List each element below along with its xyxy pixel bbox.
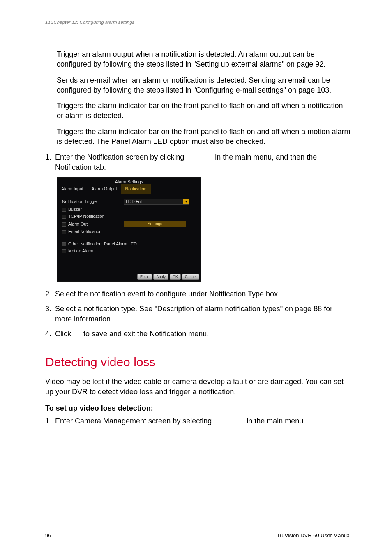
para-panel-led: Triggers the alarm indicator bar on the … — [57, 101, 351, 121]
step-4-text-a: Click — [55, 330, 71, 338]
step-b1-num: 1. — [45, 416, 55, 426]
step-4: 4.Click to save and exit the Notificatio… — [45, 329, 351, 339]
para-email-text: Sends an e-mail when an alarm or notific… — [57, 76, 331, 94]
step-b1-text-b: in the main menu. — [247, 417, 305, 425]
step-b1: 1.Enter Camera Management screen by sele… — [45, 416, 351, 426]
checkbox-tcpip[interactable]: TCP/IP Notification — [62, 214, 124, 219]
checkbox-motion-alarm[interactable]: Motion Alarm — [62, 248, 124, 253]
running-head: 11BChapter 12: Configuring alarm setting… — [45, 20, 351, 25]
para-video-loss: Video may be lost if the video cable or … — [45, 377, 351, 397]
para-panel-led-text: Triggers the alarm indicator bar on the … — [57, 102, 343, 120]
label-trigger: Notification Trigger — [62, 199, 124, 204]
page-footer: 96 TruVision DVR 60 User Manual — [45, 532, 351, 539]
shot-title: Alarm Settings — [57, 178, 201, 184]
step-4-text-b: to save and exit the Notification menu. — [83, 330, 209, 338]
checkbox-email[interactable]: Email Notification — [62, 229, 124, 234]
para-email: Sends an e-mail when an alarm or notific… — [57, 75, 351, 95]
screenshot-alarm-settings: Alarm Settings Alarm Input Alarm Output … — [57, 177, 201, 282]
step-2: 2.Select the notification event to confi… — [45, 289, 351, 299]
shot-footer-buttons: Email Apply OK Cancel — [57, 273, 201, 281]
para-motion-alarm: Triggers the alarm indicator bar on the … — [57, 127, 351, 147]
settings-button[interactable]: Settings — [124, 221, 186, 227]
step-2-num: 2. — [45, 289, 55, 299]
step-3-num: 3. — [45, 304, 55, 314]
shot-tabs: Alarm Input Alarm Output Notification — [57, 184, 201, 194]
step-1: 1.Enter the Notification screen by click… — [45, 152, 351, 172]
step-4-num: 4. — [45, 329, 55, 339]
checkbox-panel-led[interactable]: Other Notification: Panel Alarm LED — [62, 241, 137, 246]
para-alarm-out: Trigger an alarm output when a notificat… — [57, 49, 351, 69]
shot-pane: Notification Trigger HDD Full ▾ Buzzer T… — [57, 194, 201, 273]
step-b1-text-a: Enter Camera Management screen by select… — [55, 417, 212, 425]
heading-video-loss: Detecting video loss — [45, 355, 351, 369]
para-alarm-out-text: Trigger an alarm output when a notificat… — [57, 50, 325, 68]
step-3: 3.Select a notification type. See "Descr… — [45, 304, 351, 324]
checkbox-alarm-out[interactable]: Alarm Out — [62, 222, 124, 227]
step-1-num: 1. — [45, 152, 55, 162]
para-motion-alarm-text: Triggers the alarm indicator bar on the … — [57, 127, 350, 146]
tab-notification[interactable]: Notification — [121, 184, 151, 194]
chevron-down-icon: ▾ — [183, 199, 189, 204]
apply-button[interactable]: Apply — [153, 274, 168, 280]
tab-alarm-output[interactable]: Alarm Output — [88, 184, 121, 194]
cancel-button[interactable]: Cancel — [182, 274, 199, 280]
dropdown-trigger-value: HDD Full — [126, 199, 143, 204]
email-button[interactable]: Email — [137, 274, 152, 280]
step-1-text-a: Enter the Notification screen by clickin… — [55, 153, 184, 161]
tab-alarm-input[interactable]: Alarm Input — [57, 184, 88, 194]
heading-setup-video-loss: To set up video loss detection: — [45, 404, 351, 413]
ok-button[interactable]: OK — [170, 274, 181, 280]
checkbox-buzzer[interactable]: Buzzer — [62, 207, 124, 212]
step-3-text: Select a notification type. See "Descrip… — [55, 304, 343, 324]
page-number: 96 — [45, 532, 51, 539]
step-2-text: Select the notification event to configu… — [55, 289, 343, 299]
dropdown-trigger[interactable]: HDD Full ▾ — [124, 199, 189, 205]
manual-title: TruVision DVR 60 User Manual — [277, 532, 351, 539]
